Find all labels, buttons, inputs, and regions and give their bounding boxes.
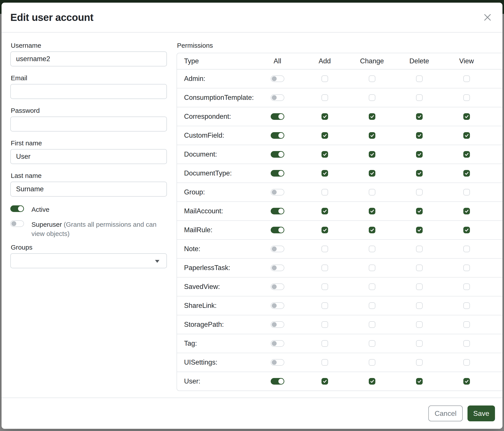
toggle-all-5[interactable] — [271, 170, 284, 177]
change-checkbox-5[interactable] — [369, 170, 375, 177]
permission-cell — [301, 151, 348, 158]
toggle-all-6[interactable] — [271, 189, 284, 196]
add-checkbox-3[interactable] — [322, 132, 328, 139]
email-field[interactable] — [10, 84, 167, 99]
view-checkbox-1[interactable] — [463, 94, 470, 101]
toggle-all-10[interactable] — [271, 265, 284, 271]
view-checkbox-15[interactable] — [463, 359, 470, 366]
view-checkbox-8[interactable] — [463, 227, 470, 233]
password-field[interactable] — [10, 117, 167, 132]
add-checkbox-15[interactable] — [322, 359, 328, 366]
change-checkbox-11[interactable] — [369, 283, 375, 290]
toggle-all-9[interactable] — [271, 246, 284, 252]
change-checkbox-9[interactable] — [369, 246, 375, 252]
delete-checkbox-12[interactable] — [416, 302, 423, 309]
view-checkbox-14[interactable] — [463, 340, 470, 347]
add-checkbox-4[interactable] — [322, 151, 328, 158]
view-checkbox-5[interactable] — [463, 170, 470, 177]
view-checkbox-2[interactable] — [463, 113, 470, 120]
change-checkbox-13[interactable] — [369, 321, 375, 328]
add-checkbox-2[interactable] — [322, 113, 328, 120]
view-checkbox-10[interactable] — [463, 265, 470, 271]
view-checkbox-4[interactable] — [463, 151, 470, 158]
toggle-all-3[interactable] — [271, 132, 284, 139]
change-checkbox-8[interactable] — [369, 227, 375, 233]
change-checkbox-16[interactable] — [369, 378, 375, 385]
delete-checkbox-0[interactable] — [416, 75, 423, 82]
add-checkbox-11[interactable] — [322, 283, 328, 290]
active-toggle[interactable] — [10, 205, 24, 212]
toggle-all-7[interactable] — [271, 208, 284, 214]
delete-checkbox-1[interactable] — [416, 94, 423, 101]
delete-checkbox-8[interactable] — [416, 227, 423, 233]
delete-checkbox-5[interactable] — [416, 170, 423, 177]
view-checkbox-13[interactable] — [463, 321, 470, 328]
cancel-button[interactable]: Cancel — [428, 405, 463, 421]
change-checkbox-10[interactable] — [369, 265, 375, 271]
change-checkbox-12[interactable] — [369, 302, 375, 309]
add-checkbox-5[interactable] — [322, 170, 328, 177]
toggle-all-12[interactable] — [271, 302, 284, 309]
toggle-all-1[interactable] — [271, 94, 284, 101]
toggle-all-4[interactable] — [271, 151, 284, 158]
toggle-all-14[interactable] — [271, 340, 284, 347]
add-checkbox-9[interactable] — [322, 246, 328, 252]
add-checkbox-7[interactable] — [322, 208, 328, 214]
close-button[interactable] — [482, 12, 493, 23]
change-checkbox-14[interactable] — [369, 340, 375, 347]
delete-checkbox-13[interactable] — [416, 321, 423, 328]
add-checkbox-6[interactable] — [322, 189, 328, 196]
view-checkbox-0[interactable] — [463, 75, 470, 82]
change-checkbox-7[interactable] — [369, 208, 375, 214]
toggle-all-8[interactable] — [271, 227, 284, 233]
first-name-field[interactable] — [10, 149, 167, 164]
change-checkbox-2[interactable] — [369, 113, 375, 120]
toggle-all-13[interactable] — [271, 321, 284, 328]
delete-checkbox-7[interactable] — [416, 208, 423, 214]
toggle-all-16[interactable] — [271, 378, 284, 385]
delete-checkbox-15[interactable] — [416, 359, 423, 366]
view-checkbox-6[interactable] — [463, 189, 470, 196]
superuser-toggle[interactable] — [10, 220, 24, 227]
delete-checkbox-11[interactable] — [416, 283, 423, 290]
toggle-all-0[interactable] — [271, 75, 284, 82]
add-checkbox-1[interactable] — [322, 94, 328, 101]
view-checkbox-3[interactable] — [463, 132, 470, 139]
delete-checkbox-2[interactable] — [416, 113, 423, 120]
add-checkbox-13[interactable] — [322, 321, 328, 328]
change-checkbox-0[interactable] — [369, 75, 375, 82]
permissions-header-row: TypeAllAddChangeDeleteView — [177, 53, 503, 70]
delete-checkbox-3[interactable] — [416, 132, 423, 139]
modal-header: Edit user account — [1, 3, 503, 33]
add-checkbox-12[interactable] — [322, 302, 328, 309]
delete-checkbox-6[interactable] — [416, 189, 423, 196]
delete-checkbox-10[interactable] — [416, 265, 423, 271]
change-checkbox-15[interactable] — [369, 359, 375, 366]
toggle-all-11[interactable] — [271, 283, 284, 290]
add-checkbox-14[interactable] — [322, 340, 328, 347]
permissions-column-header: Add — [301, 57, 348, 65]
toggle-all-15[interactable] — [271, 359, 284, 366]
save-button[interactable]: Save — [468, 405, 495, 421]
add-checkbox-10[interactable] — [322, 265, 328, 271]
view-checkbox-9[interactable] — [463, 246, 470, 252]
change-checkbox-4[interactable] — [369, 151, 375, 158]
change-checkbox-6[interactable] — [369, 189, 375, 196]
toggle-all-2[interactable] — [271, 113, 284, 120]
add-checkbox-16[interactable] — [322, 378, 328, 385]
last-name-field[interactable] — [10, 182, 167, 197]
view-checkbox-16[interactable] — [463, 378, 470, 385]
delete-checkbox-14[interactable] — [416, 340, 423, 347]
view-checkbox-12[interactable] — [463, 302, 470, 309]
add-checkbox-8[interactable] — [322, 227, 328, 233]
groups-select[interactable] — [10, 253, 167, 268]
delete-checkbox-9[interactable] — [416, 246, 423, 252]
delete-checkbox-4[interactable] — [416, 151, 423, 158]
change-checkbox-3[interactable] — [369, 132, 375, 139]
add-checkbox-0[interactable] — [322, 75, 328, 82]
view-checkbox-11[interactable] — [463, 283, 470, 290]
view-checkbox-7[interactable] — [463, 208, 470, 214]
change-checkbox-1[interactable] — [369, 94, 375, 101]
delete-checkbox-16[interactable] — [416, 378, 423, 385]
username-input[interactable] — [10, 52, 167, 66]
